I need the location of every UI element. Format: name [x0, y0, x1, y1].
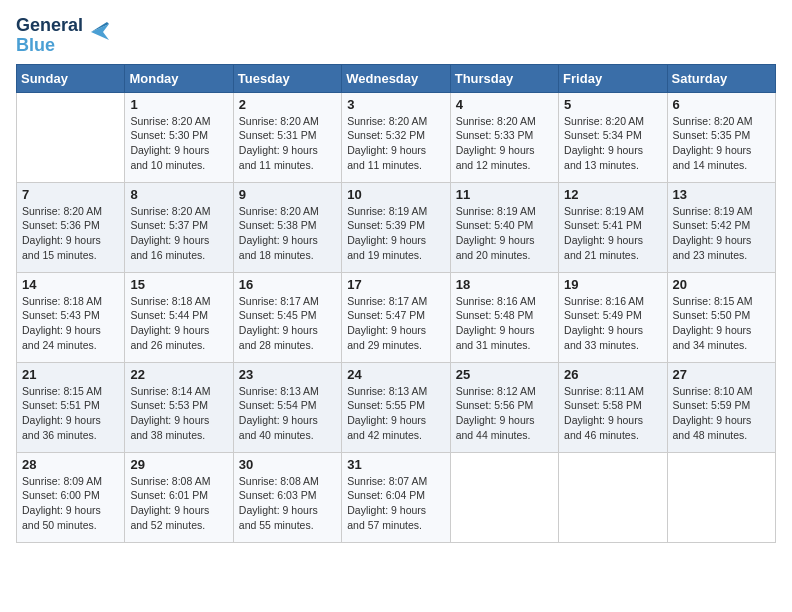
calendar-cell: 2 Sunrise: 8:20 AMSunset: 5:31 PMDayligh…: [233, 92, 341, 182]
day-info: Sunrise: 8:18 AMSunset: 5:43 PMDaylight:…: [22, 294, 119, 353]
page-header: General Blue: [16, 16, 776, 56]
day-number: 31: [347, 457, 444, 472]
calendar-cell: 31 Sunrise: 8:07 AMSunset: 6:04 PMDaylig…: [342, 452, 450, 542]
day-info: Sunrise: 8:20 AMSunset: 5:37 PMDaylight:…: [130, 204, 227, 263]
calendar-cell: 13 Sunrise: 8:19 AMSunset: 5:42 PMDaylig…: [667, 182, 775, 272]
day-info: Sunrise: 8:15 AMSunset: 5:51 PMDaylight:…: [22, 384, 119, 443]
day-info: Sunrise: 8:20 AMSunset: 5:38 PMDaylight:…: [239, 204, 336, 263]
day-info: Sunrise: 8:16 AMSunset: 5:48 PMDaylight:…: [456, 294, 553, 353]
calendar-cell: 6 Sunrise: 8:20 AMSunset: 5:35 PMDayligh…: [667, 92, 775, 182]
day-number: 16: [239, 277, 336, 292]
day-number: 18: [456, 277, 553, 292]
calendar-cell: 23 Sunrise: 8:13 AMSunset: 5:54 PMDaylig…: [233, 362, 341, 452]
day-number: 17: [347, 277, 444, 292]
calendar-cell: 17 Sunrise: 8:17 AMSunset: 5:47 PMDaylig…: [342, 272, 450, 362]
calendar-cell: 16 Sunrise: 8:17 AMSunset: 5:45 PMDaylig…: [233, 272, 341, 362]
day-number: 11: [456, 187, 553, 202]
day-number: 10: [347, 187, 444, 202]
calendar-cell: [17, 92, 125, 182]
logo-general: General: [16, 16, 83, 36]
day-info: Sunrise: 8:08 AMSunset: 6:01 PMDaylight:…: [130, 474, 227, 533]
calendar-cell: 12 Sunrise: 8:19 AMSunset: 5:41 PMDaylig…: [559, 182, 667, 272]
calendar-cell: 9 Sunrise: 8:20 AMSunset: 5:38 PMDayligh…: [233, 182, 341, 272]
calendar-cell: 18 Sunrise: 8:16 AMSunset: 5:48 PMDaylig…: [450, 272, 558, 362]
day-number: 7: [22, 187, 119, 202]
calendar-cell: 14 Sunrise: 8:18 AMSunset: 5:43 PMDaylig…: [17, 272, 125, 362]
calendar-cell: 10 Sunrise: 8:19 AMSunset: 5:39 PMDaylig…: [342, 182, 450, 272]
calendar-cell: 1 Sunrise: 8:20 AMSunset: 5:30 PMDayligh…: [125, 92, 233, 182]
day-number: 6: [673, 97, 770, 112]
day-number: 1: [130, 97, 227, 112]
calendar-cell: 29 Sunrise: 8:08 AMSunset: 6:01 PMDaylig…: [125, 452, 233, 542]
calendar-cell: 3 Sunrise: 8:20 AMSunset: 5:32 PMDayligh…: [342, 92, 450, 182]
day-info: Sunrise: 8:15 AMSunset: 5:50 PMDaylight:…: [673, 294, 770, 353]
day-info: Sunrise: 8:17 AMSunset: 5:47 PMDaylight:…: [347, 294, 444, 353]
day-number: 23: [239, 367, 336, 382]
weekday-header-friday: Friday: [559, 64, 667, 92]
logo-bird-icon: [85, 20, 109, 44]
calendar-cell: 4 Sunrise: 8:20 AMSunset: 5:33 PMDayligh…: [450, 92, 558, 182]
day-info: Sunrise: 8:20 AMSunset: 5:33 PMDaylight:…: [456, 114, 553, 173]
calendar-cell: 20 Sunrise: 8:15 AMSunset: 5:50 PMDaylig…: [667, 272, 775, 362]
day-number: 12: [564, 187, 661, 202]
day-number: 19: [564, 277, 661, 292]
day-number: 28: [22, 457, 119, 472]
calendar-cell: 11 Sunrise: 8:19 AMSunset: 5:40 PMDaylig…: [450, 182, 558, 272]
day-info: Sunrise: 8:19 AMSunset: 5:41 PMDaylight:…: [564, 204, 661, 263]
calendar-cell: 28 Sunrise: 8:09 AMSunset: 6:00 PMDaylig…: [17, 452, 125, 542]
day-info: Sunrise: 8:20 AMSunset: 5:30 PMDaylight:…: [130, 114, 227, 173]
day-number: 25: [456, 367, 553, 382]
day-number: 15: [130, 277, 227, 292]
day-number: 14: [22, 277, 119, 292]
calendar-cell: [450, 452, 558, 542]
day-number: 24: [347, 367, 444, 382]
day-number: 21: [22, 367, 119, 382]
day-number: 9: [239, 187, 336, 202]
day-info: Sunrise: 8:17 AMSunset: 5:45 PMDaylight:…: [239, 294, 336, 353]
day-number: 22: [130, 367, 227, 382]
day-number: 4: [456, 97, 553, 112]
day-info: Sunrise: 8:18 AMSunset: 5:44 PMDaylight:…: [130, 294, 227, 353]
day-number: 8: [130, 187, 227, 202]
day-info: Sunrise: 8:11 AMSunset: 5:58 PMDaylight:…: [564, 384, 661, 443]
day-number: 2: [239, 97, 336, 112]
calendar-cell: 7 Sunrise: 8:20 AMSunset: 5:36 PMDayligh…: [17, 182, 125, 272]
logo-blue: Blue: [16, 36, 55, 56]
day-info: Sunrise: 8:12 AMSunset: 5:56 PMDaylight:…: [456, 384, 553, 443]
day-number: 30: [239, 457, 336, 472]
day-info: Sunrise: 8:07 AMSunset: 6:04 PMDaylight:…: [347, 474, 444, 533]
calendar-cell: 5 Sunrise: 8:20 AMSunset: 5:34 PMDayligh…: [559, 92, 667, 182]
calendar-cell: 27 Sunrise: 8:10 AMSunset: 5:59 PMDaylig…: [667, 362, 775, 452]
weekday-header-wednesday: Wednesday: [342, 64, 450, 92]
day-info: Sunrise: 8:20 AMSunset: 5:36 PMDaylight:…: [22, 204, 119, 263]
day-number: 20: [673, 277, 770, 292]
calendar-cell: 22 Sunrise: 8:14 AMSunset: 5:53 PMDaylig…: [125, 362, 233, 452]
day-number: 13: [673, 187, 770, 202]
calendar-cell: 8 Sunrise: 8:20 AMSunset: 5:37 PMDayligh…: [125, 182, 233, 272]
calendar-cell: [667, 452, 775, 542]
day-info: Sunrise: 8:13 AMSunset: 5:55 PMDaylight:…: [347, 384, 444, 443]
day-info: Sunrise: 8:16 AMSunset: 5:49 PMDaylight:…: [564, 294, 661, 353]
day-info: Sunrise: 8:19 AMSunset: 5:42 PMDaylight:…: [673, 204, 770, 263]
day-info: Sunrise: 8:19 AMSunset: 5:40 PMDaylight:…: [456, 204, 553, 263]
weekday-header-thursday: Thursday: [450, 64, 558, 92]
day-info: Sunrise: 8:14 AMSunset: 5:53 PMDaylight:…: [130, 384, 227, 443]
day-number: 3: [347, 97, 444, 112]
day-number: 29: [130, 457, 227, 472]
calendar-table: SundayMondayTuesdayWednesdayThursdayFrid…: [16, 64, 776, 543]
calendar-cell: 21 Sunrise: 8:15 AMSunset: 5:51 PMDaylig…: [17, 362, 125, 452]
calendar-cell: 24 Sunrise: 8:13 AMSunset: 5:55 PMDaylig…: [342, 362, 450, 452]
day-info: Sunrise: 8:19 AMSunset: 5:39 PMDaylight:…: [347, 204, 444, 263]
weekday-header-sunday: Sunday: [17, 64, 125, 92]
calendar-cell: 15 Sunrise: 8:18 AMSunset: 5:44 PMDaylig…: [125, 272, 233, 362]
day-info: Sunrise: 8:13 AMSunset: 5:54 PMDaylight:…: [239, 384, 336, 443]
day-info: Sunrise: 8:20 AMSunset: 5:32 PMDaylight:…: [347, 114, 444, 173]
weekday-header-tuesday: Tuesday: [233, 64, 341, 92]
calendar-cell: 26 Sunrise: 8:11 AMSunset: 5:58 PMDaylig…: [559, 362, 667, 452]
day-number: 26: [564, 367, 661, 382]
day-info: Sunrise: 8:08 AMSunset: 6:03 PMDaylight:…: [239, 474, 336, 533]
day-number: 5: [564, 97, 661, 112]
day-info: Sunrise: 8:20 AMSunset: 5:31 PMDaylight:…: [239, 114, 336, 173]
day-number: 27: [673, 367, 770, 382]
weekday-header-saturday: Saturday: [667, 64, 775, 92]
